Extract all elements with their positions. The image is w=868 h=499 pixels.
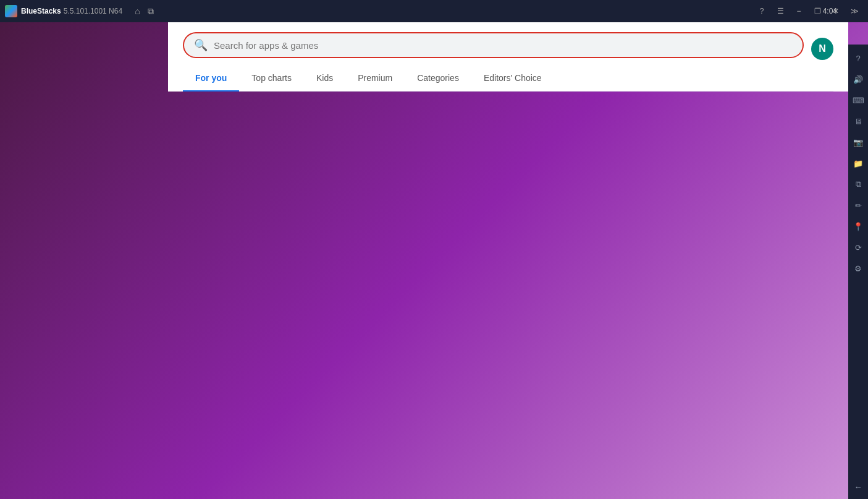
right-camera-icon[interactable]: 📷	[849, 134, 867, 151]
right-rotate-icon[interactable]: ⟳	[849, 239, 867, 256]
right-volume-icon[interactable]: 🔊	[849, 70, 867, 88]
bluestacks-logo	[5, 5, 17, 17]
tab-categories[interactable]: Categories	[405, 66, 471, 92]
home-nav-icon[interactable]: ⌂	[135, 6, 140, 17]
window-controls: ? ☰ − ❐ ✕ ≫	[753, 2, 863, 20]
minimize-button[interactable]: −	[790, 2, 807, 20]
right-edit-icon[interactable]: ✏	[849, 197, 867, 214]
content-area: 🔍 N For you Top charts	[168, 22, 848, 499]
right-back-icon[interactable]: ←	[849, 478, 867, 495]
tab-kids[interactable]: Kids	[304, 66, 345, 92]
search-icon: 🔍	[194, 38, 208, 52]
system-time: 4:04	[823, 7, 837, 15]
tab-for-you[interactable]: For you	[183, 66, 239, 92]
menu-button[interactable]: ☰	[772, 2, 789, 20]
right-folder-icon[interactable]: 📁	[849, 155, 867, 172]
search-row: 🔍 N	[183, 32, 833, 66]
titlebar: BlueStacks 5.5.101.1001 N64 ⌂ ⧉ 4:04 ? ☰…	[0, 0, 868, 22]
main-layout: ☰	[0, 22, 848, 499]
navigation-tabs: For you Top charts Kids Premium Categori…	[183, 66, 833, 92]
search-container: 🔍	[183, 32, 804, 66]
sidebar-toggle-button[interactable]: ≫	[846, 2, 863, 20]
right-keyboard-icon[interactable]: ⌨	[849, 92, 867, 109]
tab-editors-choice[interactable]: Editors' Choice	[471, 66, 554, 92]
right-settings-icon[interactable]: ⚙	[849, 260, 867, 277]
search-input[interactable]	[214, 40, 793, 51]
window-nav-icon[interactable]: ⧉	[148, 6, 154, 17]
fantasy-thumbnail	[558, 314, 645, 370]
content-header: 🔍 N For you Top charts	[168, 22, 848, 92]
suggested-games-row	[183, 314, 833, 370]
right-layers-icon[interactable]: ⧉	[849, 176, 867, 193]
search-bar[interactable]: 🔍	[183, 32, 804, 58]
tab-premium[interactable]: Premium	[345, 66, 405, 92]
tab-top-charts[interactable]: Top charts	[239, 66, 304, 92]
right-help-icon[interactable]: ?	[849, 49, 867, 67]
titlebar-icons: ⌂ ⧉	[135, 6, 153, 17]
app-name: BlueStacks	[21, 7, 61, 15]
suggested-card-fantasy[interactable]	[558, 314, 645, 370]
avatar-letter: N	[819, 43, 826, 54]
user-avatar[interactable]: N	[811, 38, 833, 60]
right-sidebar: ? 🔊 ⌨ 🖥 📷 📁 ⧉ ✏ 📍 ⟳ ⚙ ← ⌂	[848, 45, 868, 499]
right-location-icon[interactable]: 📍	[849, 218, 867, 235]
right-display-icon[interactable]: 🖥	[849, 113, 867, 130]
app-version: 5.5.101.1001 N64	[64, 7, 122, 15]
help-button[interactable]: ?	[753, 2, 770, 20]
main-content: Discover recommended games → DEFEND	[168, 92, 848, 385]
